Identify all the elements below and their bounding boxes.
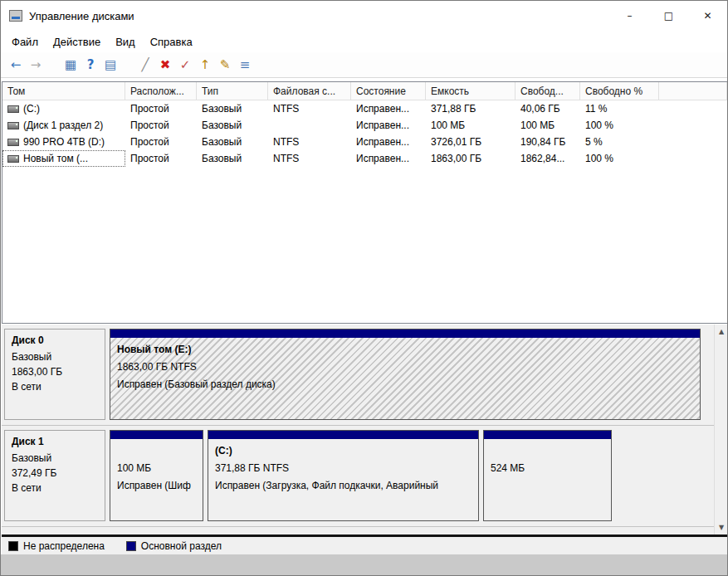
volume-cell-volume: (C:) <box>2 100 125 117</box>
volume-cell-status: Исправен... <box>351 117 426 134</box>
back-icon[interactable]: ← <box>6 56 26 74</box>
partition[interactable]: 524 МБ <box>483 430 612 521</box>
volume-name: Новый том (... <box>23 153 88 164</box>
partition-type-bar <box>110 431 203 439</box>
disk-info-line: 1863,00 ГБ <box>12 364 98 379</box>
maximize-button[interactable]: □ <box>649 1 688 31</box>
scroll-up-button[interactable]: ▲ <box>715 325 728 339</box>
partition-status: Исправен (Шиф <box>117 477 196 495</box>
partition-title <box>491 442 604 460</box>
close-button[interactable]: ✕ <box>688 1 727 31</box>
column-header-type[interactable]: Тип <box>197 82 268 100</box>
partition-body: 100 МБИсправен (Шиф <box>110 439 203 520</box>
volume-cell-capacity: 3726,01 ГБ <box>426 134 515 150</box>
column-header-capacity[interactable]: Емкость <box>426 82 515 100</box>
partitions-container: 100 МБИсправен (Шиф(C:)371,88 ГБ NTFSИсп… <box>110 430 612 526</box>
volume-cell-filler <box>659 150 727 167</box>
toolbar-separator <box>120 65 135 66</box>
volume-row[interactable]: (Диск 1 раздел 2)ПростойБазовыйИсправен.… <box>2 117 727 134</box>
volume-cell-capacity: 1863,00 ГБ <box>426 150 515 167</box>
export-list-icon[interactable]: ▤ <box>100 56 120 74</box>
disk-info-panel[interactable]: Диск 0Базовый1863,00 ГБВ сети <box>4 329 105 420</box>
legend-bar: Не распределенаОсновной раздел <box>2 535 728 554</box>
partition[interactable]: Новый том (E:)1863,00 ГБ NTFSИсправен (Б… <box>110 329 701 420</box>
column-header-free_pct[interactable]: Свободно % <box>580 82 659 100</box>
volume-cell-type: Базовый <box>197 117 268 134</box>
volume-cell-free: 190,84 ГБ <box>515 134 580 150</box>
volume-cell-layout: Простой <box>125 100 197 117</box>
vertical-scrollbar[interactable]: ▲ ▼ <box>714 325 728 535</box>
menu-item-view[interactable]: Вид <box>108 32 143 51</box>
volume-cell-free: 40,06 ГБ <box>515 100 580 117</box>
volume-icon <box>7 122 19 129</box>
volume-cell-free_pct: 11 % <box>580 100 659 117</box>
volume-cell-filler <box>659 100 727 117</box>
legend-label: Основной раздел <box>141 540 222 552</box>
add-drive-icon[interactable]: ↑ <box>195 56 215 74</box>
column-header-status[interactable]: Состояние <box>351 82 426 100</box>
partition-type-bar <box>208 431 478 439</box>
minimize-button[interactable]: – <box>610 1 649 31</box>
volume-cell-type: Базовый <box>197 134 268 150</box>
volume-name: (Диск 1 раздел 2) <box>23 120 103 131</box>
partition-status: Исправен (Базовый раздел диска) <box>117 376 693 393</box>
partition-status: Исправен (Загрузка, Файл подкачки, Авари… <box>215 477 471 495</box>
volume-cell-capacity: 371,88 ГБ <box>426 100 515 117</box>
volume-cell-type: Базовый <box>197 150 268 167</box>
menu-item-action[interactable]: Действие <box>46 32 108 51</box>
bottom-filler <box>1 554 727 576</box>
disk-info-line: Базовый <box>12 451 98 466</box>
partition-size: 524 МБ <box>491 460 604 477</box>
volume-cell-free: 100 МБ <box>515 117 580 134</box>
partition[interactable]: (C:)371,88 ГБ NTFSИсправен (Загрузка, Фа… <box>208 430 479 521</box>
menu-item-file[interactable]: Файл <box>4 32 46 51</box>
volume-cell-fs <box>268 117 351 134</box>
volume-cell-free_pct: 100 % <box>580 117 659 134</box>
mark-active-icon[interactable]: ✓ <box>175 56 195 74</box>
volume-cell-volume: (Диск 1 раздел 2) <box>2 117 125 134</box>
partition[interactable]: 100 МБИсправен (Шиф <box>110 430 203 521</box>
column-header-filler <box>659 82 727 100</box>
console-tree-icon[interactable]: ▦ <box>61 56 81 74</box>
help-icon[interactable]: ? <box>81 56 100 74</box>
volume-cell-layout: Простой <box>125 117 197 134</box>
partitions-container: Новый том (E:)1863,00 ГБ NTFSИсправен (Б… <box>110 329 701 425</box>
volume-cell-status: Исправен... <box>351 150 426 167</box>
volume-icon <box>7 105 19 113</box>
volume-row[interactable]: (C:)ПростойБазовыйNTFSИсправен...371,88 … <box>2 100 727 117</box>
delete-volume-icon[interactable]: ✖ <box>155 56 175 74</box>
legend-swatch <box>126 541 136 551</box>
partition-body: (C:)371,88 ГБ NTFSИсправен (Загрузка, Фа… <box>208 439 478 520</box>
volume-cell-type: Базовый <box>197 100 268 117</box>
volume-cell-volume: 990 PRO 4TB (D:) <box>2 134 125 150</box>
window-title: Управление дисками <box>29 10 134 22</box>
volume-row[interactable]: 990 PRO 4TB (D:)ПростойБазовыйNTFSИсправ… <box>2 134 727 150</box>
screwdriver-icon[interactable]: ╱ <box>135 56 155 74</box>
partition-body: Новый том (E:)1863,00 ГБ NTFSИсправен (Б… <box>110 338 700 419</box>
disk-info-panel[interactable]: Диск 1Базовый372,49 ГБВ сети <box>4 430 105 521</box>
fields-icon[interactable]: ≡ <box>235 56 255 74</box>
partition-size: 100 МБ <box>117 460 196 477</box>
partition-title <box>117 442 196 460</box>
volume-row[interactable]: Новый том (...ПростойБазовыйNTFSИсправен… <box>2 150 727 167</box>
change-letter-icon[interactable]: ✎ <box>215 56 235 74</box>
volume-icon <box>7 139 19 146</box>
menu-item-help[interactable]: Справка <box>143 32 200 51</box>
partition-title: (C:) <box>215 442 471 460</box>
legend-item: Основной раздел <box>126 540 222 552</box>
legend-swatch <box>8 541 18 551</box>
partition-size: 1863,00 ГБ NTFS <box>117 359 693 376</box>
forward-icon[interactable]: → <box>26 56 46 74</box>
scroll-down-button[interactable]: ▼ <box>715 520 728 535</box>
volume-name: 990 PRO 4TB (D:) <box>23 136 105 148</box>
toolbar: ←→▦?▤╱✖✓↑✎≡ <box>1 52 727 78</box>
volume-list-pane: ТомРасполож...ТипФайловая с...СостояниеЕ… <box>2 81 728 324</box>
column-header-free[interactable]: Свобод... <box>515 82 580 100</box>
partition-type-bar <box>484 431 611 439</box>
column-header-volume[interactable]: Том <box>2 82 125 100</box>
volume-cell-status: Исправен... <box>351 100 426 117</box>
volume-table-header: ТомРасполож...ТипФайловая с...СостояниеЕ… <box>2 82 727 100</box>
disk-management-window: Управление дисками – □ ✕ ФайлДействиеВид… <box>0 0 728 576</box>
column-header-fs[interactable]: Файловая с... <box>268 82 351 100</box>
column-header-layout[interactable]: Располож... <box>125 82 197 100</box>
